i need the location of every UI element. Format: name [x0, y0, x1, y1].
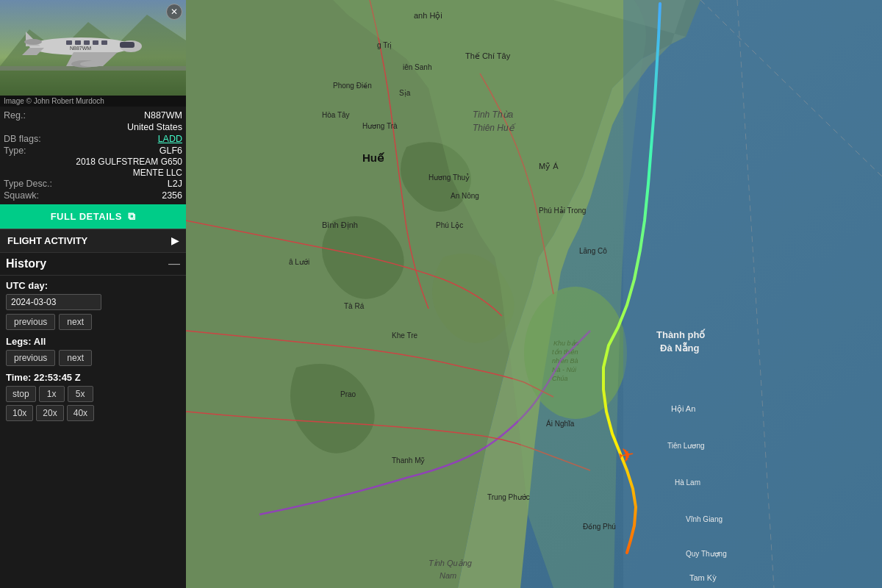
- external-link-icon: ⧉: [128, 210, 136, 223]
- svg-text:An Nông: An Nông: [451, 192, 479, 200]
- x40-button[interactable]: 40x: [67, 405, 94, 421]
- map-svg: Khu bảo tồn thiên nhiên Bà Nà - Núi Chúa…: [186, 0, 882, 588]
- svg-text:Mỹ Á: Mỹ Á: [539, 162, 559, 171]
- squawk-label: Squawk:: [4, 190, 39, 201]
- type-row: Type: GLF6: [4, 145, 182, 157]
- svg-text:â Lưới: â Lưới: [289, 258, 309, 266]
- map-area[interactable]: Khu bảo tồn thiên nhiên Bà Nà - Núi Chúa…: [186, 0, 882, 588]
- country-row: United States: [4, 121, 182, 133]
- svg-text:Bình Định: Bình Định: [322, 220, 358, 230]
- db-flags-row: DB flags: LADD: [4, 133, 182, 145]
- svg-text:Khe Tre: Khe Tre: [392, 331, 417, 340]
- date-next-button[interactable]: next: [59, 314, 92, 330]
- type-desc-row: Type Desc.: L2J: [4, 178, 182, 190]
- legs-nav-row: previous next: [6, 350, 180, 366]
- svg-text:Trung Phước: Trung Phước: [487, 493, 530, 501]
- svg-text:Đồng Phú: Đồng Phú: [583, 523, 616, 531]
- aircraft-image-container: N887WM ✕: [0, 0, 186, 96]
- svg-text:Thiên Huế: Thiên Huế: [473, 123, 516, 133]
- svg-text:Tà Rá: Tà Rá: [344, 302, 365, 310]
- aircraft-image: N887WM: [0, 0, 186, 96]
- svg-rect-8: [75, 40, 81, 45]
- svg-text:Hương Thuỷ: Hương Thuỷ: [429, 173, 470, 182]
- aircraft-scene-svg: N887WM: [0, 0, 186, 96]
- full-details-label: FULL DETAILS: [51, 211, 122, 222]
- history-header: History —: [0, 252, 186, 276]
- history-section: History — UTC day: previous next Legs: A…: [0, 252, 186, 429]
- collapse-icon[interactable]: —: [168, 257, 180, 270]
- legs-previous-button[interactable]: previous: [6, 350, 55, 366]
- history-body: UTC day: previous next Legs: All previou…: [0, 276, 186, 429]
- svg-text:Đà Nẵng: Đà Nẵng: [660, 342, 700, 354]
- svg-text:Prao: Prao: [340, 390, 356, 398]
- svg-text:N887WM: N887WM: [70, 46, 91, 51]
- svg-point-16: [80, 61, 104, 67]
- svg-rect-7: [66, 40, 72, 45]
- x20-button[interactable]: 20x: [36, 405, 63, 421]
- reg-label: Reg.:: [4, 110, 26, 121]
- svg-text:Hà Lam: Hà Lam: [675, 478, 700, 487]
- x1-button[interactable]: 1x: [39, 386, 65, 402]
- type-desc-label: Type Desc.:: [4, 179, 52, 189]
- time-label: Time: 22:53:45 Z: [6, 372, 180, 383]
- svg-text:Lăng Cô: Lăng Cô: [579, 247, 607, 255]
- svg-text:iên Sanh: iên Sanh: [403, 63, 431, 71]
- time-controls-row1: stop 1x 5x: [6, 386, 180, 402]
- svg-text:Thanh Mỹ: Thanh Mỹ: [392, 456, 425, 465]
- aircraft-info: Reg.: N887WM United States DB flags: LAD…: [0, 107, 186, 204]
- svg-text:Hội An: Hội An: [671, 404, 695, 414]
- svg-text:Phú Hải Trong: Phú Hải Trong: [539, 207, 586, 215]
- date-nav-row: previous next: [6, 314, 180, 330]
- svg-text:Phong Điền: Phong Điền: [333, 82, 372, 90]
- type-label: Type:: [4, 146, 26, 156]
- svg-text:Tinh Thừa: Tinh Thừa: [473, 110, 514, 120]
- legs-next-button[interactable]: next: [59, 350, 92, 366]
- squawk-row: Squawk: 2356: [4, 190, 182, 201]
- legs-label: Legs: All: [6, 336, 180, 347]
- arrow-right-icon: ▶: [171, 235, 179, 246]
- squawk-value: 2356: [162, 190, 182, 201]
- close-button[interactable]: ✕: [166, 4, 182, 20]
- svg-text:Nam: Nam: [440, 571, 456, 580]
- svg-text:Tiên Lương: Tiên Lương: [667, 442, 705, 450]
- db-flags-label: DB flags:: [4, 134, 41, 144]
- aircraft-owner: MENTE LLC: [4, 168, 182, 178]
- svg-text:Ái Nghĩa: Ái Nghĩa: [546, 419, 575, 428]
- utc-label: UTC day:: [6, 280, 180, 291]
- history-title: History: [6, 257, 46, 270]
- svg-text:Huế: Huế: [362, 151, 385, 164]
- svg-text:g Trị: g Trị: [377, 41, 392, 49]
- full-details-button[interactable]: FULL DETAILS ⧉: [0, 204, 186, 229]
- aircraft-desc: 2018 GULFSTREAM G650: [4, 157, 182, 168]
- svg-text:Hòa Tây: Hòa Tây: [322, 111, 350, 119]
- x10-button[interactable]: 10x: [6, 405, 33, 421]
- svg-rect-9: [84, 40, 90, 45]
- svg-text:Phú Lộc: Phú Lộc: [436, 221, 463, 229]
- flight-activity-button[interactable]: FLIGHT ACTIVITY ▶: [0, 229, 186, 252]
- image-credit: Image © John Robert Murdoch: [0, 96, 186, 107]
- svg-point-17: [24, 39, 42, 45]
- db-flags-value[interactable]: LADD: [158, 134, 182, 144]
- svg-text:Hương Trà: Hương Trà: [362, 122, 398, 130]
- date-input[interactable]: [6, 294, 101, 310]
- date-previous-button[interactable]: previous: [6, 314, 55, 330]
- svg-rect-10: [93, 40, 98, 45]
- svg-rect-6: [120, 42, 135, 48]
- flight-activity-label: FLIGHT ACTIVITY: [7, 235, 87, 246]
- svg-text:Tam Kỳ: Tam Kỳ: [689, 573, 717, 582]
- svg-rect-26: [623, 0, 882, 588]
- type-desc-value: L2J: [168, 179, 182, 189]
- svg-text:Quy Thượng: Quy Thượng: [686, 550, 727, 558]
- svg-text:Vĩnh Giang: Vĩnh Giang: [686, 515, 723, 523]
- svg-text:Thế Chí Tây: Thế Chí Tây: [465, 51, 511, 60]
- svg-text:Tỉnh Quảng: Tỉnh Quảng: [429, 559, 473, 567]
- reg-value: N887WM: [144, 110, 182, 121]
- type-value: GLF6: [159, 146, 182, 156]
- country-value: United States: [127, 122, 182, 132]
- x5-button[interactable]: 5x: [68, 386, 93, 402]
- svg-text:anh Hội: anh Hội: [414, 11, 442, 21]
- sidebar: N887WM ✕ Image © John Robert Murdoch Reg…: [0, 0, 186, 588]
- reg-row: Reg.: N887WM: [4, 110, 182, 121]
- stop-button[interactable]: stop: [6, 386, 36, 402]
- svg-text:Sịa: Sịa: [399, 89, 411, 97]
